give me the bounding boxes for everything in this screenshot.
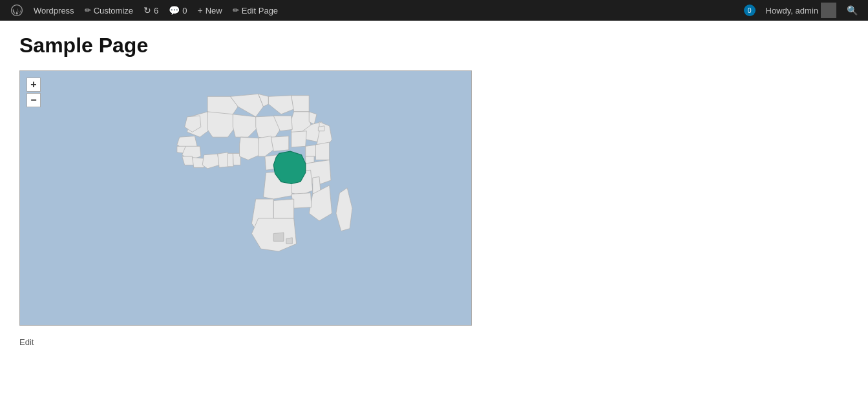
admin-bar-right: 0 Howdy, admin 🔍 [739, 0, 863, 21]
updates-link[interactable]: ↻ 6 [138, 0, 164, 21]
page-content: Sample Page + − [0, 21, 868, 420]
customize-link[interactable]: ✏ Customize [79, 0, 138, 21]
edit-page-label: Edit Page [242, 6, 278, 16]
comments-icon: 💬 [169, 5, 180, 16]
avatar [821, 3, 836, 18]
notifications-link[interactable]: 0 [739, 0, 761, 21]
wordpress-logo-link[interactable] [5, 0, 28, 21]
edit-link[interactable]: Edit [19, 337, 34, 347]
zoom-out-button[interactable]: − [26, 93, 41, 107]
zoom-in-button[interactable]: + [26, 78, 41, 92]
wordpress-site-label: Wordpress [34, 6, 74, 16]
search-icon: 🔍 [847, 5, 858, 16]
pencil-icon: ✏ [85, 6, 91, 15]
customize-label: Customize [94, 6, 133, 16]
wordpress-icon [10, 4, 23, 17]
page-title: Sample Page [19, 34, 849, 58]
notifications-badge: 0 [744, 5, 756, 16]
map-controls: + − [26, 78, 41, 107]
comments-link[interactable]: 💬 0 [164, 0, 192, 21]
search-link[interactable]: 🔍 [842, 0, 863, 21]
updates-icon: ↻ [143, 5, 151, 16]
howdy-label: Howdy, admin [766, 6, 818, 16]
edit-icon: ✏ [233, 6, 239, 15]
comments-count: 0 [182, 6, 187, 16]
map-container: + − [19, 70, 472, 326]
wordpress-site-link[interactable]: Wordpress [28, 0, 79, 21]
howdy-link[interactable]: Howdy, admin [761, 0, 842, 21]
new-label: New [206, 6, 222, 16]
new-link[interactable]: + New [193, 0, 228, 21]
edit-page-link[interactable]: ✏ Edit Page [228, 0, 283, 21]
updates-count: 6 [154, 6, 158, 16]
africa-map [20, 71, 471, 325]
admin-bar: Wordpress ✏ Customize ↻ 6 💬 0 + New ✏ Ed… [0, 0, 868, 21]
plus-icon: + [198, 5, 203, 16]
